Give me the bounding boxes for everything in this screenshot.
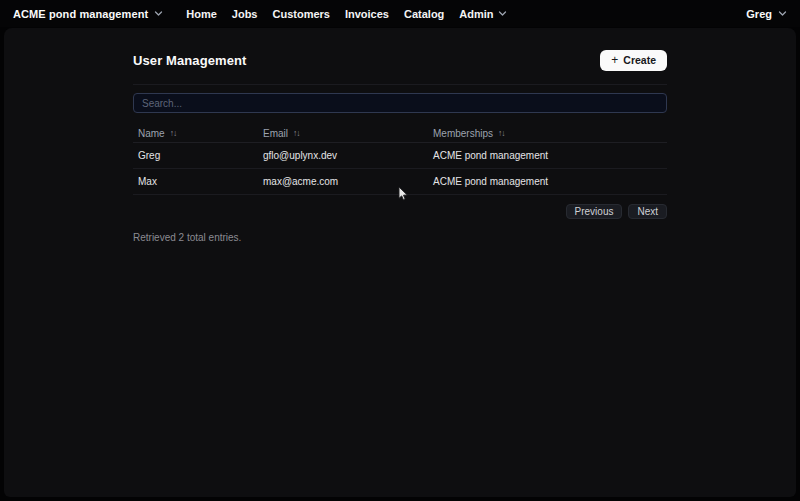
sort-icon: ↑↓ (170, 128, 177, 138)
nav-item-invoices[interactable]: Invoices (345, 8, 389, 20)
sort-icon: ↑↓ (498, 128, 505, 138)
cell-email: max@acme.com (258, 176, 428, 187)
header-divider (133, 84, 667, 85)
cell-memberships: ACME pond management (428, 150, 667, 161)
org-switcher[interactable]: ACME pond management (13, 8, 163, 20)
cell-memberships: ACME pond management (428, 176, 667, 187)
cell-name: Max (133, 176, 258, 187)
nav-item-admin-label: Admin (459, 8, 493, 20)
user-menu[interactable]: Greg (746, 8, 787, 20)
nav-item-admin[interactable]: Admin (459, 8, 506, 20)
nav-item-catalog[interactable]: Catalog (404, 8, 444, 20)
table-header-row: Name ↑↓ Email ↑↓ Memberships ↑↓ (133, 124, 667, 143)
chevron-down-icon (154, 9, 163, 18)
cell-name: Greg (133, 150, 258, 161)
entries-summary: Retrieved 2 total entries. (133, 232, 667, 243)
pagination: Previous Next (133, 204, 667, 219)
column-header-memberships[interactable]: Memberships ↑↓ (428, 128, 667, 139)
column-header-name[interactable]: Name ↑↓ (133, 128, 258, 139)
search-input[interactable] (133, 93, 667, 113)
plus-icon: + (611, 54, 618, 66)
topbar: ACME pond management Home Jobs Customers… (0, 0, 800, 27)
nav-item-customers[interactable]: Customers (272, 8, 329, 20)
page-title: User Management (133, 53, 246, 68)
chevron-down-icon (778, 9, 787, 18)
sort-icon: ↑↓ (293, 128, 300, 138)
create-button[interactable]: + Create (600, 50, 667, 71)
main-panel: User Management + Create Name ↑↓ Email ↑… (4, 28, 796, 497)
table-body: Greg gflo@uplynx.dev ACME pond managemen… (133, 143, 667, 195)
create-button-label: Create (623, 54, 656, 66)
main-nav: Home Jobs Customers Invoices Catalog Adm… (186, 8, 506, 20)
chevron-down-icon (498, 9, 507, 18)
column-header-email[interactable]: Email ↑↓ (258, 128, 428, 139)
users-table: Name ↑↓ Email ↑↓ Memberships ↑↓ Greg gfl… (133, 124, 667, 195)
page-header: User Management + Create (133, 49, 667, 71)
nav-item-home[interactable]: Home (186, 8, 217, 20)
org-name: ACME pond management (13, 8, 148, 20)
nav-item-jobs[interactable]: Jobs (232, 8, 258, 20)
previous-button[interactable]: Previous (566, 204, 623, 219)
next-button[interactable]: Next (628, 204, 667, 219)
table-row[interactable]: Max max@acme.com ACME pond management (133, 169, 667, 195)
table-row[interactable]: Greg gflo@uplynx.dev ACME pond managemen… (133, 143, 667, 169)
cell-email: gflo@uplynx.dev (258, 150, 428, 161)
user-name: Greg (746, 8, 772, 20)
